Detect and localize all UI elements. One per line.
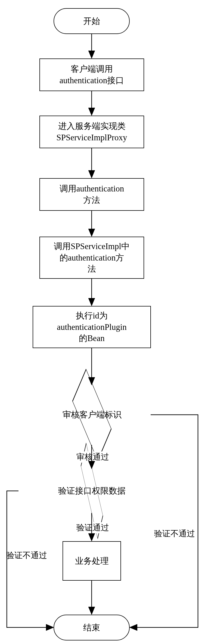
decision-verify-permission: 验证接口权限数据 [17,468,167,514]
edge-d1-fail: 验证不通过 [153,528,196,539]
decision-verify-client: 审核客户端标识 [32,383,152,446]
start-label: 开始 [83,16,100,27]
end-terminal: 结束 [54,615,130,640]
step-call-auth-method: 调用authentication 方法 [39,178,144,211]
step-enter-proxy: 进入服务端实现类 SPServiceImplProxy [39,116,144,148]
step-client-call: 客户端调用 authentication接口 [39,58,144,91]
step-1-label: 客户端调用 authentication接口 [60,63,124,86]
step-4-label: 调用SPServiceImpl中 的authentication方 法 [54,241,130,275]
edge-d1-pass: 审核通过 [76,451,110,463]
edge-d2-pass: 验证通过 [76,522,110,533]
step-exec-bean: 执行id为 authenticationPlugin 的Bean [33,306,151,348]
step-call-impl-auth: 调用SPServiceImpl中 的authentication方 法 [39,237,144,279]
flowchart-container: 开始 客户端调用 authentication接口 进入服务端实现类 SPSer… [0,0,211,644]
step-2-label: 进入服务端实现类 SPServiceImplProxy [56,120,127,143]
step-3-label: 调用authentication 方法 [60,183,124,206]
start-terminal: 开始 [54,8,130,34]
step-business-process: 业务处理 [63,541,121,581]
edge-d2-fail: 验证不通过 [5,550,48,561]
step-6-label: 业务处理 [75,555,109,567]
end-label: 结束 [83,622,100,633]
step-5-label: 执行id为 authenticationPlugin 的Bean [57,310,127,344]
